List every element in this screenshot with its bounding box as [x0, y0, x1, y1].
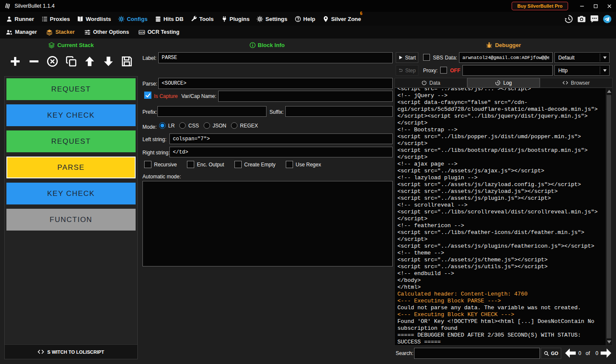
- next-match-button[interactable]: [600, 347, 612, 359]
- wordlist-type-select[interactable]: Default: [554, 52, 610, 63]
- proxy-type-select[interactable]: Http: [554, 65, 610, 76]
- match-current: 0: [578, 350, 581, 356]
- previous-match-button[interactable]: [565, 347, 576, 359]
- menu-item-plugins[interactable]: Plugins: [221, 16, 250, 22]
- block-info-header: Block Info: [141, 41, 393, 49]
- left-string-input[interactable]: [169, 133, 393, 144]
- menu-item-help[interactable]: Help: [295, 16, 315, 22]
- disable-block-button[interactable]: [47, 56, 58, 67]
- menu-item-hits-db[interactable]: Hits DB: [155, 16, 184, 22]
- svg-text:OCR: OCR: [139, 31, 144, 33]
- menu-item-proxies[interactable]: Proxies: [41, 16, 70, 22]
- option-checkbox-recursive[interactable]: Recursive: [144, 161, 177, 168]
- move-block-down-button[interactable]: [103, 56, 114, 67]
- submenu-item-other-options[interactable]: Other Options: [84, 29, 129, 36]
- stack-block-parse[interactable]: PARSE: [6, 157, 136, 178]
- minimize-button[interactable]: [575, 0, 589, 12]
- clone-block-button[interactable]: [65, 56, 77, 67]
- add-block-button[interactable]: [9, 56, 21, 67]
- menu-item-tools[interactable]: Tools: [191, 16, 214, 22]
- is-capture-checkbox[interactable]: [144, 92, 151, 99]
- telegram-button[interactable]: [603, 15, 612, 24]
- mode-radio-regex[interactable]: REGEX: [231, 122, 258, 129]
- option-checkbox-use-regex[interactable]: Use Regex: [286, 161, 321, 168]
- option-checkbox-create-empty[interactable]: Create Empty: [234, 161, 275, 168]
- stack-block-request[interactable]: REQUEST: [6, 78, 136, 100]
- data-caption: Data:: [445, 55, 457, 61]
- switch-to-loliscript-button[interactable]: S WITCH TO LOLISCRIPT: [5, 344, 137, 359]
- radio-icon: [179, 122, 186, 129]
- step-button[interactable]: Step: [396, 65, 418, 76]
- stack-block-request[interactable]: REQUEST: [6, 130, 136, 152]
- close-button[interactable]: [602, 0, 616, 12]
- log-search-input[interactable]: [414, 348, 540, 359]
- mode-caption: Mode:: [142, 124, 157, 130]
- debug-data-input[interactable]: [459, 52, 553, 63]
- right-string-input[interactable]: [169, 147, 393, 157]
- maximize-button[interactable]: [589, 0, 602, 12]
- menu-item-label: Proxies: [50, 16, 70, 22]
- menu-item-silver-zone[interactable]: Silver Zone6: [323, 16, 361, 22]
- log-line: <script src="../assets/js/utils.js"></sc…: [397, 263, 604, 270]
- scroll-down-arrow-icon[interactable]: [607, 340, 611, 343]
- buy-pro-button[interactable]: Buy SilverBullet Pro: [512, 2, 568, 10]
- block-label-input[interactable]: [158, 52, 393, 63]
- menu-item-label: Hits DB: [163, 16, 184, 22]
- option-checkbox-enc-output[interactable]: Enc. Output: [187, 161, 224, 168]
- debugger-log-area[interactable]: <script src="../assets/js/..."></script>…: [394, 88, 613, 346]
- code-icon: [38, 349, 44, 355]
- stack-block-function[interactable]: FUNCTION: [6, 209, 136, 231]
- prefix-caption: Prefix:: [142, 109, 157, 115]
- mode-radio-css[interactable]: CSS: [179, 122, 199, 129]
- save-config-button[interactable]: [121, 56, 133, 67]
- person-icon: [6, 16, 12, 22]
- menu-item-runner[interactable]: Runner: [6, 16, 34, 22]
- app-logo-icon: [4, 3, 11, 9]
- proxy-checkbox[interactable]: [440, 67, 447, 74]
- plug-icon: [221, 16, 228, 22]
- start-button[interactable]: Start: [396, 52, 418, 63]
- menu-item-wordlists[interactable]: Wordlists: [77, 16, 111, 22]
- scrollbar-thumb[interactable]: [607, 95, 611, 338]
- submenu-item-stacker[interactable]: Stacker: [46, 29, 74, 36]
- log-scrollbar[interactable]: [606, 88, 612, 345]
- log-line: <script src="../libs/bootstrap/dist/js/b…: [397, 147, 604, 161]
- stack-block-key-check[interactable]: KEY CHECK: [6, 104, 136, 126]
- suffix-input[interactable]: [285, 106, 393, 117]
- mode-radio-json[interactable]: JSON: [204, 122, 226, 129]
- submenu-item-ocr-testing[interactable]: OCROCR Testing: [139, 29, 180, 36]
- scroll-up-arrow-icon[interactable]: [607, 90, 611, 93]
- search-go-button[interactable]: GO: [541, 348, 561, 359]
- mode-radio-lr[interactable]: LR: [159, 122, 175, 129]
- left-string-caption: Left string:: [142, 136, 166, 142]
- search-caption: Search:: [396, 350, 413, 356]
- remove-block-button[interactable]: [28, 56, 40, 67]
- parse-source-input[interactable]: [158, 78, 393, 89]
- chat-icon: [590, 15, 599, 24]
- automatic-mode-textarea[interactable]: [142, 181, 393, 266]
- stack-blocks: REQUESTKEY CHECKREQUESTPARSEKEY CHECKFUN…: [6, 78, 136, 343]
- submenu-item-manager[interactable]: Manager: [6, 29, 37, 36]
- stack-block-key-check[interactable]: KEY CHECK: [6, 183, 136, 204]
- chat-button[interactable]: [590, 15, 599, 24]
- varcap-name-input[interactable]: [218, 91, 393, 102]
- stack-toolbar: [4, 50, 138, 73]
- screenshot-button[interactable]: [577, 15, 586, 24]
- tab-browser[interactable]: Browser: [540, 78, 613, 88]
- move-block-up-button[interactable]: [84, 56, 95, 67]
- tab-data[interactable]: Data: [394, 78, 467, 88]
- prefix-input[interactable]: [157, 106, 267, 117]
- checkbox-icon: [144, 161, 151, 168]
- sbs-checkbox[interactable]: [423, 54, 430, 61]
- history-button[interactable]: [564, 15, 573, 24]
- search-icon: [544, 351, 549, 356]
- tab-log[interactable]: Log: [467, 78, 540, 88]
- start-button-label: Start: [405, 55, 416, 61]
- log-line: Found 'OR' Key <!DOCTYPE html><html [...…: [397, 318, 604, 332]
- proxy-input[interactable]: [462, 65, 553, 76]
- menu-item-label: Runner: [15, 16, 34, 22]
- db-icon: [155, 16, 161, 22]
- match-of-label: of: [586, 350, 590, 356]
- menu-item-settings[interactable]: Settings: [257, 16, 287, 22]
- menu-item-configs[interactable]: Configs: [118, 16, 147, 22]
